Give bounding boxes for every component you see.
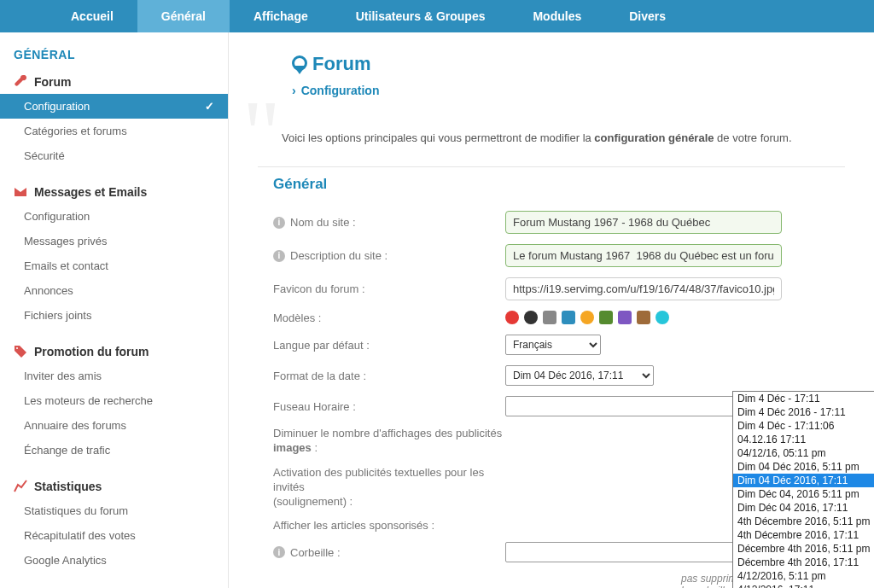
sidebar-item-annuaire[interactable]: Annuaire des forums [0, 413, 228, 438]
model-icon[interactable] [505, 311, 519, 324]
date-option[interactable]: Dim 4 Déc 2016 - 17:11 [733, 405, 874, 419]
date-option[interactable]: 4/12/2016, 17:11 [733, 583, 874, 588]
sidebar-item-categories[interactable]: Catégories et forums [0, 119, 228, 143]
intro-text: Voici les options principales qui vous p… [282, 131, 845, 144]
date-option[interactable]: Dim 4 Déc - 17:11 [733, 392, 874, 405]
date-format-select[interactable]: Dim 04 Déc 2016, 17:11 [505, 365, 654, 386]
date-format-dropdown[interactable]: Dim 4 Déc - 17:11Dim 4 Déc 2016 - 17:11D… [732, 391, 874, 588]
info-icon: i [273, 546, 285, 558]
label-text-ads: Activation des publicités textuelles pou… [273, 466, 484, 493]
model-icon[interactable] [599, 311, 613, 324]
date-option[interactable]: 4th Décembre 2016, 17:11 [733, 528, 874, 542]
label-favicon: Favicon du forum : [273, 282, 365, 295]
sidebar-item-annonces[interactable]: Annonces [0, 278, 228, 303]
model-icon[interactable] [562, 311, 575, 324]
info-icon: i [273, 250, 285, 262]
model-icon[interactable] [543, 311, 556, 324]
nav-divers[interactable]: Divers [605, 0, 690, 32]
sidebar-item-inviter[interactable]: Inviter des amis [0, 364, 228, 388]
label-tz: Fuseau Horaire : [273, 400, 356, 413]
wrench-icon [14, 75, 27, 89]
sidebar-section-label: Statistiques [34, 480, 102, 493]
info-icon: i [273, 217, 285, 229]
main-content: Forum › Configuration " Voici les option… [229, 32, 874, 588]
label-models: Modèles : [273, 311, 321, 324]
sidebar-section-label: Forum [34, 75, 72, 89]
sidebar-item-configuration[interactable]: Configuration [0, 94, 228, 119]
sidebar-item-analytics[interactable]: Google Analytics [0, 548, 228, 573]
sidebar-item-securite[interactable]: Sécurité [0, 143, 228, 168]
pin-icon [292, 55, 304, 73]
nav-affichage[interactable]: Affichage [230, 0, 332, 32]
tags-icon [14, 345, 27, 358]
favicon-input[interactable] [505, 277, 782, 300]
site-name-input[interactable] [505, 211, 782, 234]
sidebar-item-fichiers[interactable]: Fichiers joints [0, 303, 228, 328]
sidebar-item-echange[interactable]: Échange de trafic [0, 438, 228, 463]
sidebar-section-newsletter[interactable]: Newsletter [0, 585, 228, 588]
date-option[interactable]: Décembre 4th 2016, 5:11 pm [733, 542, 874, 556]
label-site-name: Nom du site : [290, 216, 356, 229]
sidebar-section-promotion[interactable]: Promotion du forum [0, 340, 228, 364]
date-option[interactable]: Dim 4 Déc - 17:11:06 [733, 419, 874, 433]
page-header: Forum › Configuration [292, 53, 845, 97]
sidebar-section-label: Promotion du forum [34, 345, 149, 358]
label-site-desc: Description du site : [290, 249, 387, 262]
label-ads: Diminuer le nombre d'affichages des publ… [273, 427, 502, 440]
sidebar-item-recap-votes[interactable]: Récapitulatif des votes [0, 523, 228, 548]
sidebar: GÉNÉRAL Forum Configuration Catégories e… [0, 32, 229, 588]
sidebar-section-label: Messages et Emails [34, 185, 147, 199]
chart-icon [14, 480, 27, 493]
label-date: Format de la date : [273, 370, 366, 382]
sidebar-item-stats-forum[interactable]: Statistiques du forum [0, 498, 228, 523]
sidebar-item-msg-prives[interactable]: Messages privés [0, 229, 228, 253]
model-icon[interactable] [637, 311, 650, 324]
model-icon[interactable] [656, 311, 669, 324]
model-icon[interactable] [580, 311, 594, 324]
sidebar-section-forum[interactable]: Forum [0, 70, 228, 94]
model-icon[interactable] [618, 311, 632, 324]
sidebar-section-messages[interactable]: Messages et Emails [0, 180, 228, 204]
sidebar-section-stats[interactable]: Statistiques [0, 474, 228, 498]
nav-utilisateurs[interactable]: Utilisateurs & Groupes [332, 0, 510, 32]
date-option[interactable]: Décembre 4th 2016, 17:11 [733, 556, 874, 569]
section-heading: Général [258, 167, 845, 206]
timezone-select[interactable] [505, 396, 746, 416]
site-desc-input[interactable] [505, 244, 782, 267]
top-nav: Accueil Général Affichage Utilisateurs &… [0, 0, 874, 32]
models-icons [505, 311, 669, 324]
label-lang: Langue par défaut : [273, 339, 370, 352]
nav-general[interactable]: Général [137, 0, 230, 32]
page-title: Forum [312, 53, 370, 75]
label-trash: Corbeille : [290, 546, 341, 559]
sidebar-item-emails[interactable]: Emails et contact [0, 253, 228, 278]
svg-point-0 [16, 347, 18, 349]
label-sponsored: Afficher les articles sponsorisés : [273, 519, 434, 532]
sidebar-item-moteurs[interactable]: Les moteurs de recherche [0, 388, 228, 413]
date-option[interactable]: 04/12/16, 05:11 pm [733, 446, 874, 460]
date-option[interactable]: 4/12/2016, 5:11 pm [733, 569, 874, 583]
envelope-icon [14, 185, 27, 199]
date-option[interactable]: 4th Décembre 2016, 5:11 pm [733, 515, 874, 528]
nav-modules[interactable]: Modules [509, 0, 605, 32]
date-option[interactable]: 04.12.16 17:11 [733, 433, 874, 446]
date-option[interactable]: Dim Déc 04, 2016 5:11 pm [733, 487, 874, 501]
nav-accueil[interactable]: Accueil [47, 0, 137, 32]
chevron-right-icon: › [292, 84, 296, 97]
sidebar-title: GÉNÉRAL [0, 32, 228, 70]
lang-select[interactable]: Français [505, 335, 601, 355]
date-option[interactable]: Dim Déc 04 2016, 17:11 [733, 501, 874, 515]
date-option[interactable]: Dim 04 Déc 2016, 17:11 [733, 474, 874, 487]
breadcrumb: Configuration [301, 84, 380, 97]
model-icon[interactable] [524, 311, 538, 324]
sidebar-item-msg-config[interactable]: Configuration [0, 204, 228, 229]
date-option[interactable]: Dim 04 Déc 2016, 5:11 pm [733, 460, 874, 474]
